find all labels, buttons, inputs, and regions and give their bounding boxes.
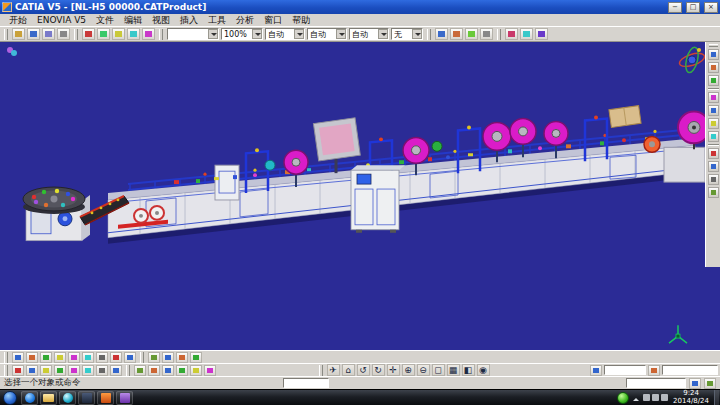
menu-item-tools[interactable]: 工具 (203, 14, 231, 27)
minimize-button[interactable]: − (668, 2, 682, 13)
right-toolbar-icon[interactable] (708, 105, 719, 116)
bottom-toolbar-icon[interactable] (68, 365, 80, 376)
image-viewer-icon[interactable] (116, 391, 133, 405)
fit-all-icon[interactable]: ⌂ (342, 364, 355, 376)
toolbar-grip[interactable] (709, 44, 718, 47)
status-icon[interactable] (704, 378, 716, 389)
menu-item-edit[interactable]: 编辑 (119, 14, 147, 27)
tray-icon[interactable] (661, 394, 668, 401)
menu-item-analyze[interactable]: 分析 (231, 14, 259, 27)
bottom-toolbar-icon[interactable] (190, 352, 202, 363)
point-symbol-combo[interactable]: 自动 (349, 28, 389, 40)
command-icon[interactable] (648, 365, 660, 376)
redo-icon[interactable] (142, 28, 155, 40)
render-style-combo[interactable]: 无 (391, 28, 423, 40)
toolbar-grip[interactable] (4, 365, 8, 376)
toolbar-grip[interactable] (497, 29, 501, 40)
taskbar-clock[interactable]: 9:24 2014/8/24 (670, 390, 712, 405)
bottom-toolbar-icon[interactable] (12, 365, 24, 376)
chevron-down-icon[interactable] (412, 29, 422, 39)
hide-show-icon[interactable]: ◉ (477, 364, 490, 376)
cardboard-box[interactable] (609, 106, 641, 128)
chevron-down-icon[interactable] (336, 29, 346, 39)
red-roller[interactable] (644, 136, 660, 152)
right-toolbar-icon[interactable] (708, 131, 719, 142)
measure-icon[interactable] (480, 28, 493, 40)
chevron-down-icon[interactable] (378, 29, 388, 39)
spec-tree-icon[interactable] (7, 47, 17, 56)
paste-icon[interactable] (112, 28, 125, 40)
bottom-toolbar-icon[interactable] (26, 365, 38, 376)
fly-mode-icon[interactable]: ✈ (327, 364, 340, 376)
rotate-left-icon[interactable]: ↺ (357, 364, 370, 376)
line-weight-combo[interactable]: 自动 (307, 28, 347, 40)
bottom-toolbar-icon[interactable] (162, 352, 174, 363)
wizard-icon[interactable] (450, 28, 463, 40)
tray-icon[interactable] (643, 394, 650, 401)
bottom-toolbar-icon[interactable] (26, 352, 38, 363)
print-icon[interactable] (57, 28, 70, 40)
viewport-3d[interactable] (0, 42, 720, 350)
bottom-toolbar-icon[interactable] (190, 365, 202, 376)
unwind-spool[interactable] (664, 112, 705, 183)
right-toolbar-icon[interactable] (708, 75, 719, 86)
menu-item-start[interactable]: 开始 (4, 14, 32, 27)
multi-view-icon[interactable]: ▦ (447, 364, 460, 376)
bottom-toolbar-icon[interactable] (82, 365, 94, 376)
close-button[interactable]: × (704, 2, 718, 13)
toolbar-grip[interactable] (140, 352, 144, 363)
right-toolbar-icon[interactable] (708, 62, 719, 73)
menu-item-enovia[interactable]: ENOVIA V5 (32, 15, 91, 25)
cyan-roller[interactable] (265, 160, 275, 170)
tray-expand-icon[interactable] (633, 395, 639, 401)
catia-taskbar-icon[interactable] (97, 391, 114, 405)
menu-item-insert[interactable]: 插入 (175, 14, 203, 27)
bottom-toolbar-icon[interactable] (68, 352, 80, 363)
rules-icon[interactable] (535, 28, 548, 40)
menu-item-file[interactable]: 文件 (91, 14, 119, 27)
chevron-down-icon[interactable] (252, 29, 262, 39)
ie-icon[interactable] (21, 391, 38, 405)
cut-icon[interactable] (82, 28, 95, 40)
tray-icon[interactable] (652, 394, 659, 401)
app-dark-icon[interactable] (78, 391, 95, 405)
painter-icon[interactable] (435, 28, 448, 40)
bottom-toolbar-icon[interactable] (134, 365, 146, 376)
bottom-toolbar-icon[interactable] (96, 365, 108, 376)
right-toolbar-icon[interactable] (708, 187, 719, 198)
bottom-toolbar-icon[interactable] (110, 352, 122, 363)
toolbar-grip[interactable] (74, 29, 78, 40)
status-icon[interactable] (689, 378, 701, 389)
control-cabinet[interactable] (351, 165, 405, 233)
green-roller[interactable] (432, 141, 442, 151)
save-icon[interactable] (42, 28, 55, 40)
start-button[interactable] (3, 391, 17, 405)
right-toolbar-icon[interactable] (708, 92, 719, 103)
undo-icon[interactable] (127, 28, 140, 40)
menu-item-help[interactable]: 帮助 (287, 14, 315, 27)
status-right-field[interactable] (626, 378, 686, 388)
turntable-feeder[interactable] (23, 187, 90, 241)
maximize-button[interactable]: □ (686, 2, 700, 13)
station-box[interactable] (215, 165, 239, 200)
bottom-toolbar-icon[interactable] (12, 352, 24, 363)
bottom-toolbar-icon[interactable] (204, 365, 216, 376)
right-toolbar-icon[interactable] (708, 174, 719, 185)
bottom-toolbar-icon[interactable] (40, 365, 52, 376)
open-icon[interactable] (27, 28, 40, 40)
show-desktop-button[interactable] (714, 390, 719, 405)
toolbar-grip[interactable] (126, 365, 130, 376)
bottom-toolbar-icon[interactable] (176, 365, 188, 376)
right-toolbar-icon[interactable] (708, 118, 719, 129)
chevron-down-icon[interactable] (294, 29, 304, 39)
rotate-icon[interactable]: ↻ (372, 364, 385, 376)
menu-item-view[interactable]: 视图 (147, 14, 175, 27)
right-toolbar-icon[interactable] (708, 49, 719, 60)
render-style-icon[interactable]: ◧ (462, 364, 475, 376)
bottom-toolbar-icon[interactable] (40, 352, 52, 363)
toolbar-grip[interactable] (4, 352, 8, 363)
copy-icon[interactable] (97, 28, 110, 40)
bottom-toolbar-icon[interactable] (54, 365, 66, 376)
toolbar-grip[interactable] (159, 29, 163, 40)
bottom-toolbar-icon[interactable] (148, 365, 160, 376)
